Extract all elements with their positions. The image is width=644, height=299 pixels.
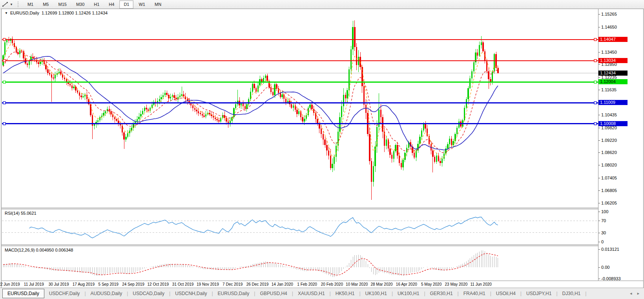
chart-tab-eurusd-daily[interactable]: EURUSD,Daily: [2, 289, 44, 298]
macd-axis-label: -0.008933: [601, 276, 621, 281]
timeframe-button-m30[interactable]: M30: [72, 0, 89, 9]
price-level-tag: 1.13034: [598, 58, 628, 63]
chart-tab-gbpusd-h4[interactable]: GBPUSD,H4: [255, 289, 292, 298]
chart-tab-usoil-h4[interactable]: USOil,H4: [491, 289, 520, 298]
date-axis-label: 5 May 2020: [421, 282, 441, 286]
axis-tick: [598, 165, 600, 165]
axis-tick: [598, 233, 600, 233]
price-axis-line: [598, 9, 598, 281]
price-level-tag: 1.12434: [598, 71, 628, 76]
pane-splitter-rsi[interactable]: [2, 208, 598, 209]
rsi-axis-label: 70: [601, 218, 606, 223]
chart-tab-eurusd-daily[interactable]: EURUSD,Daily: [213, 289, 254, 298]
date-axis-label: 5 Sep 2019: [99, 282, 119, 286]
date-axis-label: 31 Oct 2019: [172, 282, 193, 286]
chart-tab-fra40-h1[interactable]: FRA40,H1: [459, 289, 490, 298]
price-axis-tick-label: 1.11635: [601, 87, 617, 92]
tab-scroll-left-icon[interactable]: ◄: [629, 292, 633, 295]
chevron-down-icon: ▼: [10, 3, 13, 6]
chart-window: ▼ EURUSD,Daily 1.12699 1.12800 1.12426 1…: [1, 9, 644, 288]
timeframe-button-h1[interactable]: H1: [89, 0, 104, 9]
chart-tabs: EURUSD,DailyUSDCHF,Daily|AUDUSD,Daily|US…: [0, 289, 586, 298]
date-axis-label: 1 Feb 2020: [297, 282, 317, 286]
price-axis-tick-label: 1.08020: [601, 163, 617, 167]
timeframe-button-mn[interactable]: MN: [150, 0, 166, 9]
price-axis-tick-label: 1.15265: [601, 12, 617, 16]
date-axis-label: 28 Mar 2020: [370, 282, 392, 286]
price-axis-tick-label: 1.13450: [601, 50, 617, 54]
tab-scroll-right-icon[interactable]: ►: [637, 292, 640, 295]
price-level-tag: 1.11009: [598, 100, 628, 105]
axis-tick: [598, 77, 600, 78]
macd-axis-label: 0.013121: [601, 247, 619, 252]
date-axis-label: 11 Jun 2020: [471, 282, 492, 286]
chart-tab-audusd-daily[interactable]: AUDUSD,Daily: [86, 289, 127, 298]
timeframe-button-m15[interactable]: M15: [54, 0, 71, 9]
axis-tick: [598, 221, 600, 221]
timeframe-button-h4[interactable]: H4: [104, 0, 119, 9]
toolbar-grip-handle[interactable]: [18, 2, 20, 7]
axis-tick: [598, 64, 600, 65]
date-axis-label: 14 Jan 2020: [272, 282, 293, 286]
chart-tab-usdchf-daily[interactable]: USDCHF,Daily: [44, 289, 85, 298]
chart-tab-xauusd-h1[interactable]: XAUUSD,H1: [293, 289, 330, 298]
axis-tick: [598, 140, 600, 141]
chart-title: ▼ EURUSD,Daily 1.12699 1.12800 1.12426 1…: [5, 11, 108, 15]
trendline-tool-icon: [2, 2, 9, 7]
axis-tick: [598, 242, 600, 242]
axis-tick: [598, 27, 600, 27]
chart-tab-hk50-h1[interactable]: HK50,H1: [331, 289, 359, 298]
date-axis-label: 10 Mar 2020: [346, 282, 368, 286]
axis-tick: [598, 279, 600, 279]
axis-tick: [598, 52, 600, 53]
chart-tab-usdcnh-daily[interactable]: USDCNH,Daily: [170, 289, 212, 298]
date-axis-label: 19 Nov 2019: [197, 282, 219, 286]
rsi-axis-label: 100: [601, 209, 608, 214]
date-axis-label: 30 Jul 2019: [49, 282, 69, 286]
chart-tab-uk100-h1[interactable]: UK100,H1: [361, 289, 392, 298]
axis-tick: [598, 90, 600, 90]
timeframe-button-m5[interactable]: M5: [38, 0, 53, 9]
axis-tick: [598, 152, 600, 153]
pane-splitter-macd[interactable]: [2, 245, 598, 246]
chart-symbol-label: EURUSD,Daily: [10, 11, 39, 15]
price-axis-tick-label: 1.07405: [601, 176, 617, 180]
price-axis-tick-label: 1.14650: [601, 25, 617, 29]
rsi-axis-label: 30: [601, 230, 606, 235]
axis-tick: [598, 267, 600, 268]
chart-tab-usdcad-daily[interactable]: USDCAD,Daily: [128, 289, 169, 298]
chart-tab-usdjpy-h1[interactable]: USDJPY,H1: [522, 289, 556, 298]
chart-tab-ger30-h1[interactable]: GER30,H1: [425, 289, 458, 298]
date-axis-label: 17 Aug 2019: [73, 282, 95, 286]
axis-tick: [598, 203, 600, 203]
timeframe-button-m1[interactable]: M1: [23, 0, 38, 9]
axis-tick: [598, 249, 600, 250]
date-axis-label: 7 Dec 2019: [223, 282, 243, 286]
timeframe-button-d1[interactable]: D1: [119, 0, 133, 9]
tab-scroll-arrows: ◄ ►: [629, 292, 640, 295]
macd-indicator-label: MACD(12,26,9) 0.004950 0.006348: [5, 248, 73, 252]
top-toolbar: ▼ M1M5M15M30H1H4D1W1MN: [0, 0, 644, 9]
price-axis-tick-label: 1.09220: [601, 138, 617, 143]
tab-separator: |: [585, 291, 586, 296]
chart-ohlc-values: 1.12699 1.12800 1.12426 1.12434: [42, 11, 108, 15]
price-axis-tick-label: 1.08620: [601, 150, 617, 155]
date-axis-label: 23 May 2020: [445, 282, 467, 286]
axis-tick: [598, 115, 600, 115]
chart-tab-dj30-h1[interactable]: DJ30,H1: [558, 289, 586, 298]
date-axis-label: 22 Jun 2019: [0, 282, 20, 286]
price-axis-tick-label: 1.10435: [601, 112, 617, 117]
price-level-tag: 1.12004: [598, 79, 628, 84]
rsi-indicator-label: RSI(14) 55.0621: [5, 211, 36, 216]
axis-tick: [598, 178, 600, 178]
price-level-tag: 1.14047: [598, 37, 628, 42]
date-axis-label: 16 Apr 2020: [396, 282, 417, 286]
macd-axis-label: 0.00: [601, 265, 609, 270]
timeframe-button-w1[interactable]: W1: [134, 0, 150, 9]
chart-context-arrow-icon[interactable]: ▼: [5, 11, 8, 15]
chart-tab-uk100-h1[interactable]: UK100,H1: [393, 289, 424, 298]
price-level-tag: 1.10008: [598, 121, 628, 126]
drawing-tool-group[interactable]: ▼: [0, 0, 15, 9]
date-axis-label: 11 Jul 2019: [24, 282, 44, 286]
price-axis-tick-label: 1.06805: [601, 188, 617, 193]
